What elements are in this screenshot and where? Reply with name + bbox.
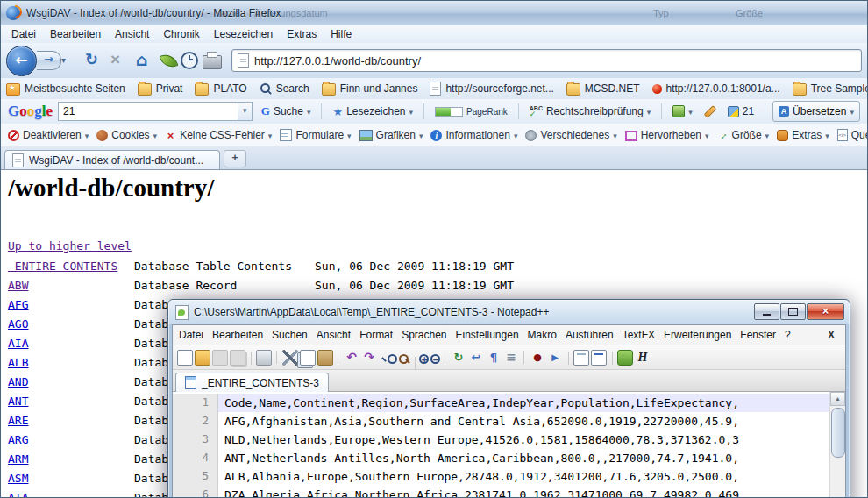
- dropdown-caret[interactable]: [647, 105, 651, 117]
- bookmark-item[interactable]: http://127.0.0.1:8001/a...: [652, 82, 780, 95]
- dropdown-caret[interactable]: [153, 129, 158, 141]
- toolbar-icon[interactable]: [361, 350, 377, 366]
- menu-item[interactable]: Fenster: [736, 329, 780, 341]
- back-button[interactable]: [6, 46, 37, 76]
- bookmark-item[interactable]: Finn und Jannes: [322, 82, 418, 96]
- menu-item[interactable]: Suchen: [267, 329, 312, 341]
- directory-entry-link[interactable]: ATA: [8, 491, 28, 498]
- dropdown-caret[interactable]: [688, 105, 693, 117]
- menu-item[interactable]: ?: [780, 329, 795, 341]
- new-tab-button[interactable]: +: [224, 150, 246, 167]
- webdev-menu-button[interactable]: Cookies: [96, 129, 157, 141]
- google-search-input[interactable]: 21: [58, 102, 253, 121]
- line-text[interactable]: ANT,Netherlands Antilles,North America,C…: [218, 449, 830, 467]
- dropdown-caret[interactable]: [765, 129, 770, 141]
- menu-item[interactable]: Bearbeiten: [208, 329, 267, 341]
- webdev-menu-button[interactable]: Deaktivieren: [8, 129, 89, 141]
- notepad-titlebar[interactable]: C:\Users\Martin\AppData\Local\Temp\_ENTI…: [172, 300, 846, 324]
- webdev-menu-button[interactable]: Keine CSS-Fehler: [165, 129, 272, 141]
- menu-item[interactable]: Bearbeiten: [43, 28, 108, 40]
- forward-button[interactable]: [37, 51, 61, 70]
- dropdown-caret[interactable]: [419, 129, 423, 141]
- menu-item[interactable]: Ausführen: [561, 329, 618, 341]
- directory-entry-link[interactable]: ALB: [8, 356, 28, 369]
- menu-item[interactable]: Chronik: [156, 28, 206, 40]
- active-tab[interactable]: WsgiDAV - Index of /world-db/count...: [4, 150, 220, 169]
- minimize-button[interactable]: [754, 303, 779, 320]
- google-bookmarks-button[interactable]: Lesezeichen: [329, 102, 416, 121]
- webdev-menu-button[interactable]: Informationen: [430, 129, 517, 141]
- bookmark-item[interactable]: Privat: [138, 82, 183, 96]
- toolbar-icon[interactable]: [230, 350, 245, 366]
- firefox-titlebar[interactable]: WsgiDAV - Index of /world-db/country/ - …: [1, 1, 867, 26]
- dropdown-caret[interactable]: [613, 129, 617, 141]
- spellcheck-button[interactable]: Rechtschreibprüfung: [526, 102, 654, 121]
- pagerank-indicator[interactable]: PageRank: [431, 102, 511, 121]
- search-term-button[interactable]: 21: [724, 102, 758, 121]
- bookmark-item[interactable]: MCSD.NET: [566, 82, 640, 96]
- menu-item[interactable]: Extras: [280, 28, 324, 40]
- toolbar-icon[interactable]: [388, 354, 397, 364]
- addon-leaf-button[interactable]: [161, 53, 176, 68]
- dropdown-caret[interactable]: [514, 129, 518, 141]
- toolbar-icon[interactable]: [573, 350, 589, 366]
- print-button[interactable]: [203, 52, 222, 69]
- directory-entry-link[interactable]: ARG: [8, 433, 28, 446]
- reload-button[interactable]: [85, 50, 106, 71]
- toolbar-icon[interactable]: [177, 350, 193, 366]
- line-text[interactable]: Code,Name,Continent,Region,SurfaceArea,I…: [218, 394, 830, 412]
- document-tab[interactable]: _ENTIRE_CONTENTS-3: [175, 373, 329, 392]
- directory-entry-link[interactable]: ABW: [8, 279, 28, 292]
- menu-item[interactable]: Ansicht: [108, 28, 156, 40]
- bookmark-item[interactable]: Search: [260, 82, 309, 95]
- editor-scrollbar[interactable]: [829, 392, 845, 498]
- edit-pencil-button[interactable]: [701, 102, 719, 121]
- dropdown-caret[interactable]: [705, 129, 709, 141]
- autofill-button[interactable]: [669, 102, 696, 121]
- directory-entry-link[interactable]: AND: [8, 375, 28, 388]
- line-text[interactable]: DZA,Algeria,Africa,Northern Africa,23817…: [218, 486, 830, 498]
- webdev-menu-button[interactable]: Grafiken: [359, 129, 423, 141]
- line-text[interactable]: ALB,Albania,Europe,Southern Europe,28748…: [218, 467, 830, 486]
- recent-pages-dropdown[interactable]: [61, 52, 72, 69]
- directory-entry-link[interactable]: AIA: [8, 337, 28, 350]
- dropdown-caret[interactable]: [85, 129, 89, 141]
- dropdown-caret[interactable]: [307, 105, 311, 117]
- toolbar-icon[interactable]: [591, 350, 607, 366]
- menu-item[interactable]: TextFX: [618, 329, 659, 341]
- editor-area[interactable]: 1 Code,Name,Continent,Region,SurfaceArea…: [173, 392, 845, 498]
- toolbar-icon[interactable]: [547, 350, 563, 366]
- menu-item[interactable]: Format: [355, 329, 397, 341]
- toolbar-icon[interactable]: [317, 350, 333, 366]
- directory-entry-link[interactable]: ENTIRE CONTENTS: [8, 260, 117, 273]
- menu-item[interactable]: Einstellungen: [452, 329, 523, 341]
- menu-item[interactable]: Lesezeichen: [207, 28, 280, 40]
- toolbar-icon[interactable]: [344, 350, 359, 366]
- toolbar-icon[interactable]: [212, 350, 228, 366]
- webdev-menu-button[interactable]: Quelltext: [837, 129, 867, 141]
- line-text[interactable]: NLD,Netherlands,Europe,Western Europe,41…: [218, 430, 830, 449]
- toolbar-icon[interactable]: [430, 354, 440, 364]
- menu-item[interactable]: Erweiterungen: [659, 329, 736, 341]
- directory-entry-link[interactable]: ARM: [8, 452, 28, 466]
- toolbar-icon[interactable]: [486, 350, 502, 366]
- dropdown-caret[interactable]: [409, 105, 414, 117]
- google-search-dropdown[interactable]: [238, 103, 252, 120]
- webdev-menu-button[interactable]: Formulare: [280, 129, 351, 141]
- history-clock-button[interactable]: [181, 52, 198, 69]
- webdev-menu-button[interactable]: Hervorheben: [625, 129, 709, 141]
- toolbar-icon[interactable]: [399, 354, 409, 364]
- toolbar-icon[interactable]: [419, 354, 429, 364]
- bookmark-item[interactable]: Tree Samples: [793, 82, 867, 96]
- dropdown-caret[interactable]: [268, 129, 273, 141]
- directory-entry-link[interactable]: AGO: [8, 317, 28, 331]
- scroll-thumb[interactable]: [831, 408, 845, 458]
- menu-item[interactable]: Sprachen: [397, 329, 451, 341]
- url-bar[interactable]: http://127.0.0.1/world-db/country/: [231, 49, 862, 72]
- toolbar-icon[interactable]: [256, 350, 272, 366]
- menu-item[interactable]: Makro: [523, 329, 561, 341]
- menu-item[interactable]: Hilfe: [324, 28, 359, 40]
- toolbar-icon[interactable]: [635, 350, 651, 366]
- directory-entry-link[interactable]: ASM: [8, 472, 28, 485]
- line-text[interactable]: AFG,Afghanistan,Asia,Southern and Centra…: [218, 412, 830, 430]
